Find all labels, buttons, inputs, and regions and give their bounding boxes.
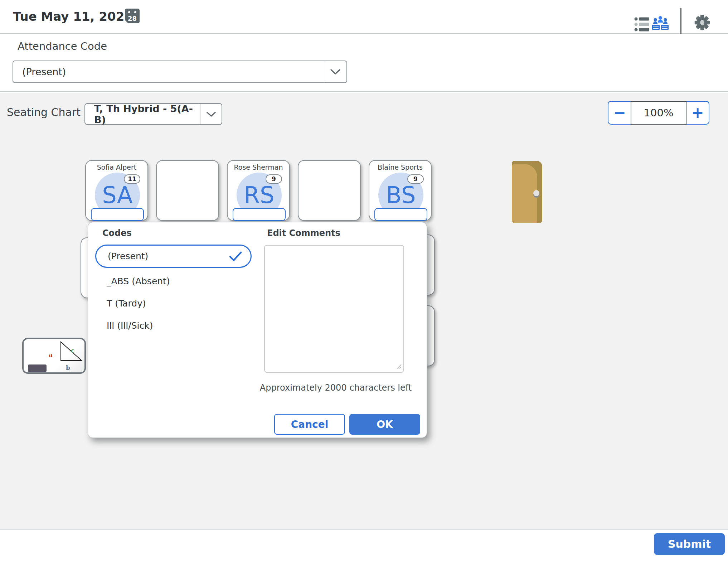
- attendance-code-field[interactable]: [233, 208, 286, 221]
- zoom-level-input[interactable]: [631, 101, 686, 125]
- seating-chart-value: T, Th Hybrid - 5(A-B): [85, 103, 200, 125]
- attendance-code-label: Attendance Code: [18, 40, 107, 52]
- student-name: Sofia Alpert: [86, 163, 147, 171]
- code-option-label: (Present): [96, 251, 229, 261]
- code-option-absent[interactable]: _ABS (Absent): [107, 276, 170, 286]
- whiteboard-eraser: [28, 364, 47, 372]
- attendance-code-field[interactable]: [374, 208, 427, 221]
- seat-card-blaine-sports[interactable]: BS Blaine Sports 9: [369, 160, 432, 221]
- seat-card-empty[interactable]: [298, 160, 361, 221]
- seat-card-rose-sherman[interactable]: RS Rose Sherman 9: [227, 160, 290, 221]
- submit-button[interactable]: Submit: [654, 533, 725, 555]
- edit-comments-title: Edit Comments: [267, 228, 340, 238]
- seat-card-empty[interactable]: [156, 160, 219, 221]
- student-name: Rose Sherman: [228, 163, 289, 171]
- calendar-icon[interactable]: 28: [125, 9, 140, 23]
- attendance-code-section: Attendance Code (Present): [0, 34, 728, 92]
- seating-chart-view-icon[interactable]: [651, 15, 669, 34]
- list-view-icon[interactable]: [634, 16, 649, 34]
- chevron-down-icon: [200, 104, 222, 124]
- grade-badge: 11: [124, 174, 140, 184]
- door-graphic[interactable]: [512, 161, 542, 223]
- triangle-label-b: b: [66, 364, 70, 371]
- settings-gear-icon[interactable]: [694, 14, 710, 32]
- grade-badge: 9: [266, 174, 282, 184]
- student-name: Blaine Sports: [369, 163, 431, 171]
- code-option-ill[interactable]: Ill (Ill/Sick): [107, 320, 153, 331]
- checkmark-icon: [229, 251, 242, 261]
- triangle-label-c: c: [71, 347, 74, 354]
- triangle-drawing: [58, 341, 83, 363]
- triangle-label-a: a: [49, 351, 53, 358]
- comment-textarea[interactable]: [264, 245, 404, 373]
- calendar-dot: [134, 11, 136, 13]
- chevron-down-icon: [324, 61, 346, 82]
- seat-card-sofia-alpert[interactable]: SA Sofia Alpert 11: [85, 160, 148, 221]
- seating-chart-select[interactable]: T, Th Hybrid - 5(A-B): [84, 103, 222, 125]
- attendance-codes-dialog: Codes (Present) _ABS (Absent) T (Tardy) …: [88, 222, 427, 438]
- seating-chart-label: Seating Chart: [7, 106, 81, 119]
- avatar-initials: SA: [102, 182, 133, 208]
- avatar-initials: BS: [386, 182, 416, 208]
- attendance-app: Tue May 11, 2021 28: [0, 0, 728, 565]
- attendance-code-field[interactable]: [91, 208, 144, 221]
- zoom-in-button[interactable]: +: [686, 101, 709, 125]
- ok-button[interactable]: OK: [349, 414, 420, 435]
- whiteboard-graphic[interactable]: a c b: [22, 338, 86, 374]
- calendar-dot: [128, 11, 130, 13]
- zoom-out-button[interactable]: −: [608, 101, 631, 125]
- avatar-initials: RS: [244, 182, 274, 208]
- calendar-fold: [125, 20, 128, 23]
- date-title: Tue May 11, 2021: [13, 9, 133, 24]
- code-option-tardy[interactable]: T (Tardy): [107, 298, 146, 309]
- codes-title: Codes: [102, 228, 132, 238]
- grade-badge: 9: [407, 174, 424, 184]
- attendance-code-value: (Present): [13, 66, 324, 77]
- door-knob: [533, 190, 539, 196]
- code-option-present[interactable]: (Present): [95, 245, 252, 268]
- attendance-code-select[interactable]: (Present): [13, 61, 347, 83]
- header-bar: Tue May 11, 2021 28: [0, 0, 728, 34]
- characters-left-text: Approximately 2000 characters left: [250, 383, 422, 393]
- zoom-control: − +: [608, 101, 709, 125]
- header-divider: [680, 8, 681, 37]
- cancel-button[interactable]: Cancel: [274, 414, 345, 435]
- footer-bar: Submit: [0, 529, 728, 565]
